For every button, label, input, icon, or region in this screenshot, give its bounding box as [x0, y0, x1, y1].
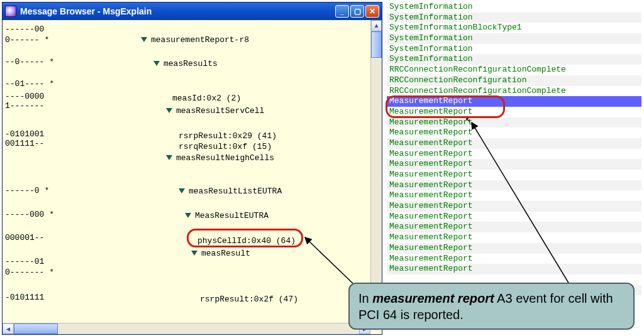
message-list-item[interactable]: RRCConnectionReconfigurationComplete	[387, 86, 641, 97]
message-list-item[interactable]: MeasurementReport	[387, 254, 641, 264]
content-pane: ------000------ *--0----- *--01---- *---…	[3, 20, 382, 334]
message-browser-window: Message Browser - MsgExplain _ ▢ ✕ -----…	[2, 2, 382, 335]
vertical-scrollbar[interactable]: ▲ ▼	[370, 20, 382, 323]
tree-node[interactable]: measResult	[191, 247, 250, 259]
callout-prefix: In	[358, 291, 372, 305]
tree-node[interactable]: MeasResultEUTRA	[185, 210, 269, 221]
tree-node-label: rsrqResult:0xf (15)	[179, 142, 272, 151]
horizontal-scrollbar[interactable]: ◀ ▶	[3, 323, 370, 334]
expand-icon[interactable]	[191, 251, 197, 256]
tree-node-label: measResult	[201, 249, 250, 258]
message-list-item[interactable]: SystemInformation	[387, 13, 641, 23]
bit-row: ------0 *	[5, 187, 49, 195]
tree-node[interactable]: measurementReport-r8	[141, 34, 249, 45]
expand-icon[interactable]	[166, 155, 172, 160]
vscroll-thumb[interactable]	[371, 31, 382, 58]
tree-node-label: MeasResultEUTRA	[195, 211, 269, 220]
tree-node-label: measResultNeighCells	[176, 153, 274, 163]
message-list-item[interactable]: MeasurementReport	[387, 138, 641, 149]
bit-row: --01---- *	[5, 80, 54, 88]
message-list-item[interactable]: MeasurementReport	[387, 232, 641, 243]
tree-node[interactable]: physCellId:0x40 (64)	[197, 235, 296, 246]
expand-icon[interactable]	[185, 213, 191, 218]
message-list-item[interactable]: MeasurementReport	[387, 180, 641, 191]
message-list-item[interactable]: MeasurementReport	[387, 159, 641, 170]
message-list-item[interactable]: MeasurementReport	[387, 96, 641, 107]
bit-row: -0101111	[5, 293, 44, 301]
message-list-item[interactable]: MeasurementReport	[387, 107, 641, 117]
message-list-item[interactable]: RRCConnectionReconfiguration	[387, 75, 641, 86]
bit-row: -----000 *	[5, 210, 54, 219]
message-list-item[interactable]: SystemInformation	[387, 33, 641, 44]
message-list-item[interactable]: SystemInformation	[387, 54, 641, 65]
scroll-up-button[interactable]: ▲	[371, 20, 382, 31]
tree-node[interactable]: rsrqResult:0xf (15)	[179, 141, 272, 152]
bit-row: ----0000	[5, 92, 44, 100]
tree-node-label: rsrpResult:0x29 (41)	[179, 131, 277, 141]
bit-row: ------00	[5, 25, 44, 33]
tree-node[interactable]: measResultServCell	[166, 105, 264, 116]
bit-row: -0101001	[5, 130, 44, 138]
expand-icon[interactable]	[141, 37, 147, 42]
message-list-item[interactable]: MeasurementReport	[387, 222, 641, 232]
tree-node[interactable]: measResultNeighCells	[166, 152, 274, 163]
bit-row: 0------ *	[5, 36, 49, 44]
maximize-button[interactable]: ▢	[350, 5, 364, 18]
tree-node-label: measResultListEUTRA	[189, 187, 282, 196]
message-list-item[interactable]: RRCConnectionReconfigurationComplete	[387, 65, 641, 75]
bit-row: 001111--	[5, 139, 44, 148]
expand-icon[interactable]	[166, 108, 172, 113]
scroll-left-button[interactable]: ◀	[3, 323, 14, 334]
message-list-item[interactable]: MeasurementReport	[387, 201, 641, 212]
message-list-item[interactable]: MeasurementReport	[387, 170, 641, 180]
message-list-item[interactable]: MeasurementReport	[387, 264, 641, 274]
tree-node-label: measId:0x2 (2)	[172, 94, 241, 103]
tree-node[interactable]: rsrpResult:0x29 (41)	[179, 130, 277, 141]
message-list-item[interactable]: MeasurementReport	[387, 243, 641, 254]
message-list-item[interactable]: SystemInformation	[387, 2, 641, 13]
tree-node-label: measurementReport-r8	[151, 35, 249, 45]
bit-gutter: ------000------ *--0----- *--01---- *---…	[3, 20, 45, 334]
window-title: Message Browser - MsgExplain	[20, 6, 335, 16]
message-tree: measurementReport-r8measResultsmeasId:0x…	[97, 20, 367, 334]
tree-node-label: rsrpResult:0x2f (47)	[200, 295, 298, 304]
message-list-item[interactable]: MeasurementReport	[387, 190, 641, 201]
bit-row: 1-------	[5, 102, 44, 110]
close-button[interactable]: ✕	[365, 5, 379, 18]
tree-node-label: measResultServCell	[176, 106, 264, 116]
annotation-callout: In measurement report A3 event for cell …	[348, 283, 635, 330]
message-list-item[interactable]: SystemInformation	[387, 44, 641, 55]
app-icon	[5, 6, 16, 17]
callout-bold: measurement report	[372, 291, 494, 305]
bit-row: 0------- *	[5, 268, 54, 276]
expand-icon[interactable]	[179, 188, 185, 193]
tree-node-label: physCellId:0x40 (64)	[197, 236, 296, 246]
tree-node[interactable]: measResultListEUTRA	[179, 185, 282, 197]
message-list-item[interactable]: MeasurementReport	[387, 212, 641, 222]
minimize-button[interactable]: _	[335, 5, 349, 18]
tree-node[interactable]: rsrpResult:0x2f (47)	[200, 293, 298, 305]
tree-node-label: measResults	[164, 59, 218, 68]
message-list-item[interactable]: MeasurementReport	[387, 127, 641, 138]
expand-icon[interactable]	[153, 61, 160, 66]
bit-row: 000001--	[5, 234, 44, 242]
tree-node[interactable]: measResults	[153, 58, 218, 69]
bit-row: ------01	[5, 257, 44, 266]
message-list-item[interactable]: SystemInformationBlockType1	[387, 23, 641, 33]
bit-row: --0----- *	[5, 58, 54, 66]
hscroll-thumb[interactable]	[14, 323, 58, 334]
message-list-item[interactable]: MeasurementReport	[387, 149, 641, 160]
titlebar[interactable]: Message Browser - MsgExplain _ ▢ ✕	[3, 3, 382, 20]
tree-node[interactable]: measId:0x2 (2)	[172, 92, 241, 104]
message-list-item[interactable]: MeasurementReport	[387, 117, 641, 128]
